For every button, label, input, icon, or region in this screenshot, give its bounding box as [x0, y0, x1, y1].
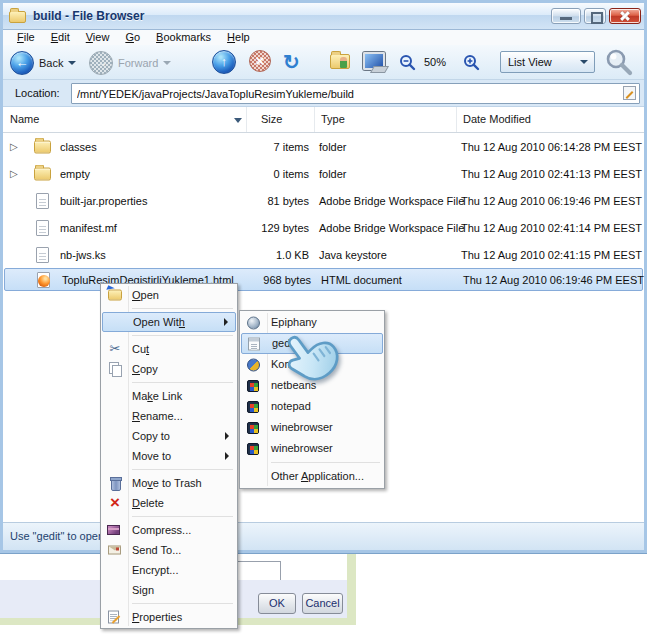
cut-icon [108, 342, 122, 356]
open-with-notepad[interactable]: notepad [241, 396, 383, 417]
column-header-date-modified[interactable]: Date Modified [457, 107, 644, 132]
back-dropdown-icon[interactable] [68, 61, 76, 65]
context-menu-send-to[interactable]: Send To... [102, 540, 236, 560]
menu-separator [102, 600, 236, 607]
forward-button[interactable]: Forward [89, 45, 171, 80]
home-button[interactable] [330, 54, 350, 69]
menu-separator [241, 459, 383, 466]
titlebar[interactable]: build - File Browser [3, 3, 644, 30]
refresh-button[interactable] [283, 49, 300, 75]
menu-edit[interactable]: Edit [43, 30, 78, 45]
context-menu-encrypt[interactable]: Encrypt... [102, 560, 236, 580]
cancel-button[interactable]: Cancel [302, 593, 343, 614]
cell-size: 968 bytes [231, 274, 311, 286]
minimize-button[interactable] [551, 8, 581, 24]
delete-icon [108, 496, 122, 510]
location-field-wrap [71, 83, 640, 104]
context-menu-make-link[interactable]: Make Link [102, 386, 236, 406]
menu-item-label: Rename... [132, 410, 183, 422]
location-input[interactable] [71, 83, 640, 104]
menu-item-label: Copy to [132, 430, 170, 442]
menu-file[interactable]: File [9, 30, 43, 45]
column-header-name[interactable]: Name [3, 107, 247, 132]
file-row-nb-jws.ks[interactable]: nb-jws.ks1.0 KBJava keystoreThu 12 Aug 2… [3, 241, 644, 268]
menu-separator [102, 332, 236, 339]
menu-help[interactable]: Help [219, 30, 258, 45]
open-with-winebrowser-2[interactable]: winebrowser [241, 438, 383, 459]
cell-date: Thu 12 Aug 2010 02:41:14 PM EEST [461, 222, 642, 234]
back-label: Back [39, 57, 63, 69]
cell-size: 81 bytes [229, 195, 309, 207]
open-icon [108, 290, 122, 301]
location-edit-icon[interactable] [623, 86, 636, 100]
menu-item-label: Cut [132, 343, 149, 355]
hand-cursor [283, 326, 341, 388]
cell-name: manifest.mf [60, 222, 117, 234]
column-headers: Name Size Type Date Modified [3, 107, 644, 133]
computer-button[interactable] [363, 52, 387, 73]
file-icon [36, 220, 49, 236]
menu-separator [102, 466, 236, 473]
close-button[interactable] [609, 8, 641, 24]
zoom-out-button[interactable] [399, 54, 416, 71]
compress-icon [107, 525, 120, 535]
winflag-icon [247, 422, 259, 434]
context-menu-open[interactable]: Open [102, 285, 236, 305]
column-header-type[interactable]: Type [315, 107, 457, 132]
back-button[interactable]: Back [10, 45, 76, 80]
maximize-button[interactable] [584, 8, 606, 24]
forward-dropdown-icon [163, 61, 171, 65]
toolbar: Back Forward 50% List View [3, 45, 644, 80]
expander-icon[interactable] [10, 169, 18, 179]
menu-separator [102, 513, 236, 520]
menu-item-label: Move to [132, 450, 171, 462]
cell-type: folder [319, 141, 347, 153]
context-menu-move-to-trash[interactable]: Move to Trash [102, 473, 236, 493]
context-menu-move-to[interactable]: Move to [102, 446, 236, 466]
up-button[interactable] [212, 50, 236, 74]
menu-go[interactable]: Go [117, 30, 148, 45]
submenu-arrow-icon [225, 452, 229, 460]
context-menu-delete[interactable]: Delete [102, 493, 236, 513]
cell-size: 7 items [229, 141, 309, 153]
context-menu-sign[interactable]: Sign [102, 580, 236, 600]
open-with-other-application[interactable]: Other Application... [241, 466, 383, 487]
context-menu-compress[interactable]: Compress... [102, 520, 236, 540]
submenu-arrow-icon [224, 318, 228, 326]
location-bar: Location: [3, 80, 644, 107]
context-menu-properties[interactable]: Properties [102, 607, 236, 627]
cell-type: folder [319, 168, 347, 180]
file-row-built-jar.properties[interactable]: built-jar.properties81 bytesAdobe Bridge… [3, 187, 644, 214]
cell-name: classes [60, 141, 97, 153]
cell-date: Thu 12 Aug 2010 06:19:46 PM EEST [463, 274, 644, 286]
trash-icon [108, 476, 122, 490]
open-with-winebrowser-1[interactable]: winebrowser [241, 417, 383, 438]
menu-separator [102, 305, 236, 312]
cell-type: HTML document [321, 274, 402, 286]
search-icon[interactable] [604, 48, 634, 78]
file-row-classes[interactable]: classes7 itemsfolderThu 12 Aug 2010 06:1… [3, 133, 644, 160]
menu-item-label: Encrypt... [132, 564, 178, 576]
cell-date: Thu 12 Aug 2010 02:41:13 PM EEST [461, 168, 642, 180]
context-menu-open-with[interactable]: Open With [102, 312, 236, 332]
file-row-manifest.mf[interactable]: manifest.mf129 bytesAdobe Bridge Workspa… [3, 214, 644, 241]
menu-view[interactable]: View [78, 30, 118, 45]
context-menu-rename[interactable]: Rename... [102, 406, 236, 426]
menu-item-label: Properties [132, 611, 182, 623]
folder-icon [34, 140, 51, 153]
view-mode-select[interactable]: List View [500, 51, 595, 73]
file-row-empty[interactable]: empty0 itemsfolderThu 12 Aug 2010 02:41:… [3, 160, 644, 187]
cell-name: built-jar.properties [60, 195, 147, 207]
menubar: FileEditViewGoBookmarksHelp [3, 30, 644, 45]
menu-item-label: Open With [133, 316, 185, 328]
status-text: Use "gedit" to open [10, 530, 104, 542]
menu-bookmarks[interactable]: Bookmarks [148, 30, 219, 45]
context-menu-copy[interactable]: Copy [102, 359, 236, 379]
expander-icon[interactable] [10, 142, 18, 152]
context-menu-copy-to[interactable]: Copy to [102, 426, 236, 446]
zoom-in-button[interactable] [463, 54, 480, 71]
column-header-size[interactable]: Size [247, 107, 315, 132]
ok-button[interactable]: OK [258, 593, 296, 614]
kompozer-icon [247, 358, 260, 371]
context-menu-cut[interactable]: Cut [102, 339, 236, 359]
